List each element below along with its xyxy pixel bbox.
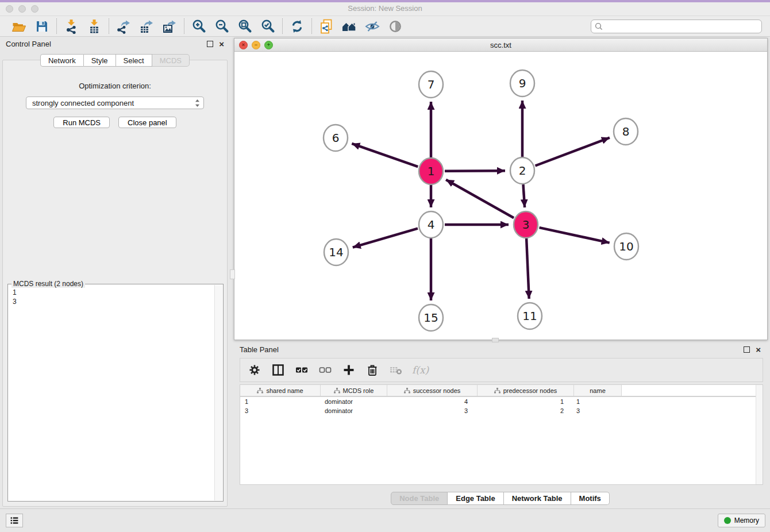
show-columns-button[interactable]	[271, 363, 286, 377]
tab-network[interactable]: Network	[40, 54, 84, 67]
node-2[interactable]: 2	[510, 157, 534, 184]
tab-style[interactable]: Style	[84, 54, 116, 67]
network-canvas-svg[interactable]: 7968124314101511	[234, 52, 766, 339]
node-4[interactable]: 4	[419, 211, 443, 238]
clone-network-button[interactable]	[317, 18, 336, 35]
table-cell[interactable]: 1	[572, 398, 619, 405]
node-11[interactable]: 11	[518, 303, 542, 329]
search-box[interactable]	[591, 20, 762, 33]
first-neighbors-button[interactable]	[340, 18, 359, 35]
table-scrollbar[interactable]	[756, 385, 763, 484]
create-column-button[interactable]	[341, 363, 356, 377]
node-14[interactable]: 14	[324, 239, 348, 265]
zoom-selected-button[interactable]	[259, 18, 277, 35]
edge-3-1[interactable]	[446, 180, 514, 218]
table-cell[interactable]: dominator	[320, 407, 386, 414]
mac-titlebar: Session: New Session	[0, 2, 770, 16]
open-folder-icon	[11, 19, 26, 34]
network-window-titlebar[interactable]: × − + scc.txt	[234, 38, 767, 52]
node-label: 9	[519, 76, 526, 90]
table-cell[interactable]: 2	[476, 407, 572, 414]
tab-motifs[interactable]: Motifs	[571, 492, 610, 505]
save-session-button[interactable]	[33, 18, 51, 35]
float-panel-icon[interactable]	[207, 41, 213, 47]
apply-layout-button[interactable]	[288, 18, 306, 35]
search-input[interactable]	[605, 22, 758, 31]
delete-table-icon	[390, 365, 402, 375]
column-header-name[interactable]: name	[574, 385, 622, 396]
close-panel-icon[interactable]: ×	[219, 41, 224, 47]
edge-4-14[interactable]	[353, 229, 418, 248]
hide-selected-button[interactable]	[363, 18, 382, 35]
node-8[interactable]: 8	[614, 118, 638, 145]
window-close-button[interactable]: ×	[239, 41, 248, 49]
table-cell[interactable]: dominator	[320, 398, 386, 405]
memory-button[interactable]: Memory	[718, 514, 765, 527]
column-header-mcds-role[interactable]: MCDS role	[321, 385, 387, 396]
export-image-button[interactable]	[160, 18, 179, 35]
delete-columns-button[interactable]	[365, 363, 380, 377]
result-scrollbar[interactable]	[214, 285, 222, 500]
eye-contrast-icon	[388, 19, 403, 34]
table-cell[interactable]: 4	[386, 398, 476, 405]
run-mcds-button[interactable]: Run MCDS	[53, 117, 110, 128]
edge-1-2[interactable]	[445, 171, 505, 171]
attribute-icon	[257, 388, 263, 394]
float-table-panel-icon[interactable]	[744, 346, 750, 353]
zoom-fit-button[interactable]	[236, 18, 254, 35]
table-row[interactable]: 1dominator411	[240, 397, 763, 406]
node-3[interactable]: 3	[514, 211, 538, 238]
tab-mcds[interactable]: MCDS	[152, 54, 190, 67]
task-history-button[interactable]	[6, 514, 23, 527]
plus-icon	[343, 364, 355, 376]
table-cell[interactable]: 3	[386, 407, 476, 414]
tab-node-table[interactable]: Node Table	[391, 492, 448, 505]
close-panel-button[interactable]: Close panel	[118, 117, 176, 128]
table-cell[interactable]: 3	[572, 407, 619, 414]
node-10[interactable]: 10	[614, 233, 638, 260]
export-table-button[interactable]	[137, 18, 156, 35]
show-all-button[interactable]	[386, 18, 405, 35]
node-label: 4	[428, 218, 435, 232]
zoom-in-button[interactable]	[190, 18, 208, 35]
table-cell[interactable]: 3	[240, 407, 320, 414]
node-15[interactable]: 15	[419, 304, 443, 331]
window-minimize-button[interactable]: −	[252, 41, 260, 49]
table-cell[interactable]: 1	[240, 398, 320, 405]
table-mode-button[interactable]	[247, 363, 262, 377]
node-1[interactable]: 1	[419, 158, 443, 184]
attribute-icon	[494, 388, 500, 394]
edge-2-8[interactable]	[536, 138, 610, 166]
import-network-button[interactable]	[62, 18, 80, 35]
edge-3-11[interactable]	[526, 238, 529, 299]
tab-select[interactable]: Select	[116, 54, 152, 67]
select-all-button[interactable]	[294, 363, 309, 377]
window-maximize-button[interactable]: +	[264, 41, 273, 49]
column-header-predecessor-nodes[interactable]: predecessor nodes	[478, 385, 574, 396]
node-6[interactable]: 6	[324, 125, 348, 151]
deselect-all-button[interactable]	[318, 363, 333, 377]
criterion-dropdown[interactable]: strongly connected component	[26, 97, 204, 109]
tab-network-table[interactable]: Network Table	[504, 492, 571, 505]
node-9[interactable]: 9	[510, 70, 534, 97]
edge-1-6[interactable]	[352, 144, 418, 167]
open-session-button[interactable]	[10, 18, 28, 35]
column-header-successor-nodes[interactable]: successor nodes	[387, 385, 478, 396]
network-canvas[interactable]: 7968124314101511	[234, 52, 767, 340]
table-row[interactable]: 3dominator323	[240, 406, 763, 415]
splitter-handle-vertical[interactable]	[230, 269, 235, 279]
network-view-window: × − + scc.txt 7968124314101511	[234, 38, 768, 340]
function-builder-button[interactable]: f(x)	[412, 363, 429, 377]
node-7[interactable]: 7	[419, 71, 443, 98]
gear-icon	[249, 364, 260, 376]
edge-3-10[interactable]	[540, 228, 610, 243]
delete-table-button[interactable]	[388, 363, 403, 377]
table-cell[interactable]: 1	[476, 398, 572, 405]
column-header-shared-name[interactable]: shared name	[240, 385, 321, 396]
zoom-out-button[interactable]	[213, 18, 231, 35]
close-table-panel-icon[interactable]: ×	[756, 347, 761, 352]
import-table-button[interactable]	[85, 18, 103, 35]
export-network-button[interactable]	[114, 18, 133, 35]
edge-2-3[interactable]	[523, 184, 525, 207]
tab-edge-table[interactable]: Edge Table	[448, 492, 503, 505]
